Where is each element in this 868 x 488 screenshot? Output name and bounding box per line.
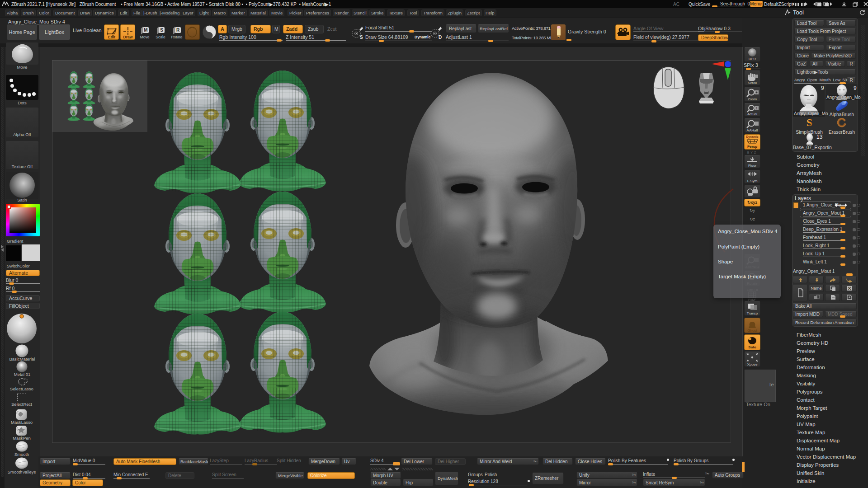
svg-text:1: 1 xyxy=(756,107,758,110)
svg-text:Solo: Solo xyxy=(748,345,756,349)
svg-text:BPR: BPR xyxy=(749,57,756,61)
svg-text:S: S xyxy=(360,35,363,40)
svg-text:Scale: Scale xyxy=(156,35,165,39)
svg-text:Edit: Edit xyxy=(108,35,115,39)
svg-text:Dynamic: Dynamic xyxy=(746,135,758,139)
svg-text:Actual: Actual xyxy=(747,112,757,116)
svg-text:D: D xyxy=(439,35,442,40)
svg-text:Ghost: Ghost xyxy=(747,328,757,333)
svg-text:S: S xyxy=(160,28,163,33)
svg-text:L.Sym: L.Sym xyxy=(747,179,758,183)
svg-text:R: R xyxy=(176,28,180,33)
svg-text:M: M xyxy=(144,28,147,33)
svg-text:Xpose: Xpose xyxy=(747,362,758,366)
svg-text:Scroll: Scroll xyxy=(748,81,757,85)
svg-text:Draw: Draw xyxy=(123,35,133,39)
svg-text:Persp: Persp xyxy=(747,145,757,149)
svg-text:Transp: Transp xyxy=(747,311,758,315)
svg-text:Move: Move xyxy=(140,35,150,39)
svg-text:Rotate: Rotate xyxy=(171,35,182,39)
svg-text:Zoom: Zoom xyxy=(748,97,757,101)
svg-text:S: S xyxy=(807,117,812,128)
svg-text:Floor: Floor xyxy=(748,164,757,168)
svg-text:AAHalf: AAHalf xyxy=(747,128,759,132)
